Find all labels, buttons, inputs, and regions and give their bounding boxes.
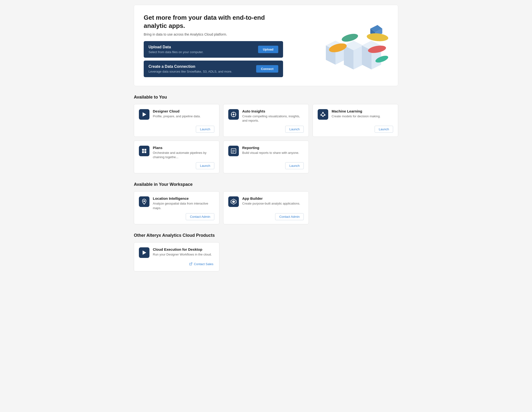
hero-title: Get more from your data with end-to-end …: [144, 14, 283, 30]
cloud-execution-card: Cloud Execution for Desktop Run your Des…: [134, 242, 219, 271]
app-builder-card: App Builder Create purpose-built analyti…: [223, 191, 309, 224]
machine-learning-desc: Create models for decision making.: [332, 114, 381, 118]
connect-button[interactable]: Connect: [256, 65, 278, 73]
available-to-you-row1: Designer Cloud Profile, prepare, and pip…: [134, 104, 398, 137]
workspace-grid: Location Intelligence Analyze geospatial…: [134, 191, 398, 224]
available-in-workspace-title: Available in Your Workspace: [134, 182, 398, 187]
connect-card: Create a Data Connection Leverage data s…: [144, 61, 283, 77]
connect-text: Create a Data Connection Leverage data s…: [149, 64, 232, 73]
machine-learning-launch[interactable]: Launch: [375, 126, 393, 133]
location-intelligence-name: Location Intelligence: [153, 196, 214, 201]
app-builder-name: App Builder: [242, 196, 300, 201]
auto-insights-desc: Create compelling visualizations, insigh…: [242, 114, 304, 123]
cloud-execution-contact-sales[interactable]: Contact Sales: [188, 261, 214, 267]
reporting-card: Reporting Build visual reports to share …: [223, 141, 309, 173]
designer-cloud-icon: [139, 109, 150, 120]
designer-cloud-name: Designer Cloud: [153, 109, 201, 113]
upload-text: Upload Data Select from data files on yo…: [149, 45, 204, 54]
svg-point-24: [322, 112, 323, 113]
svg-marker-17: [143, 112, 146, 116]
svg-marker-42: [232, 201, 235, 203]
upload-heading: Upload Data: [149, 45, 204, 49]
reporting-launch[interactable]: Launch: [285, 162, 304, 169]
reporting-desc: Build visual reports to share with anyon…: [242, 151, 299, 155]
svg-point-10: [341, 32, 359, 43]
svg-line-28: [321, 113, 323, 114]
auto-insights-card: Auto Insights Create compelling visualiz…: [223, 104, 309, 137]
plans-desc: Orchestrate and automate pipelines by ch…: [153, 151, 214, 159]
plans-name: Plans: [153, 146, 214, 150]
machine-learning-card: Machine Learning Create models for decis…: [313, 104, 398, 137]
cloud-execution-desc: Run your Designer Workflows in the cloud…: [153, 252, 212, 257]
svg-point-19: [233, 114, 235, 115]
available-to-you-section: Available to You Designer Cloud Profile,…: [134, 95, 398, 173]
auto-insights-launch[interactable]: Launch: [285, 126, 304, 133]
machine-learning-icon: [318, 109, 328, 120]
reporting-name: Reporting: [242, 146, 299, 150]
hero-section: Get more from your data with end-to-end …: [134, 5, 398, 86]
upload-card: Upload Data Select from data files on yo…: [144, 41, 283, 58]
hero-subtitle: Bring in data to use across the Analytic…: [144, 32, 283, 36]
designer-cloud-desc: Profile, prepare, and pipeline data.: [153, 114, 201, 118]
available-to-you-row2: Plans Orchestrate and automate pipelines…: [134, 141, 398, 173]
machine-learning-name: Machine Learning: [332, 109, 381, 113]
svg-rect-33: [144, 149, 146, 151]
designer-cloud-card: Designer Cloud Profile, prepare, and pip…: [134, 104, 219, 137]
svg-rect-36: [231, 149, 236, 153]
connect-description: Leverage data sources like Snowflake, S3…: [149, 70, 232, 73]
other-products-section: Other Alteryx Analytics Cloud Products C…: [134, 233, 398, 271]
other-products-grid: Cloud Execution for Desktop Run your Des…: [134, 242, 398, 271]
location-intelligence-card: Location Intelligence Analyze geospatial…: [134, 191, 219, 224]
designer-cloud-launch[interactable]: Launch: [196, 126, 214, 133]
connect-heading: Create a Data Connection: [149, 64, 232, 69]
plans-icon: [139, 146, 150, 156]
app-builder-icon: [228, 196, 239, 207]
svg-rect-34: [142, 151, 144, 153]
plans-launch[interactable]: Launch: [196, 162, 214, 169]
svg-rect-32: [142, 149, 144, 151]
upload-button[interactable]: Upload: [258, 46, 278, 53]
app-builder-contact-admin[interactable]: Contact Admin: [275, 213, 304, 220]
available-in-workspace-section: Available in Your Workspace Location Int…: [134, 182, 398, 224]
location-intelligence-desc: Analyze geospatial data from interactive…: [153, 201, 214, 210]
plans-card: Plans Orchestrate and automate pipelines…: [134, 141, 219, 173]
svg-point-14: [366, 32, 388, 42]
upload-description: Select from data files on your computer.: [149, 50, 204, 54]
svg-line-29: [323, 113, 325, 114]
cloud-execution-name: Cloud Execution for Desktop: [153, 247, 212, 251]
contact-sales-label: Contact Sales: [194, 262, 213, 266]
cloud-execution-icon: [139, 247, 150, 258]
auto-insights-icon: [228, 109, 239, 120]
location-intelligence-contact-admin[interactable]: Contact Admin: [186, 213, 214, 220]
location-intelligence-icon: [139, 196, 150, 207]
other-products-title: Other Alteryx Analytics Cloud Products: [134, 233, 398, 238]
reporting-icon: [228, 146, 239, 156]
auto-insights-name: Auto Insights: [242, 109, 304, 113]
available-to-you-title: Available to You: [134, 95, 398, 100]
svg-point-40: [143, 201, 145, 202]
hero-illustration: [321, 21, 388, 69]
external-link-icon: [189, 262, 192, 266]
svg-marker-43: [143, 250, 146, 255]
app-builder-desc: Create purpose-built analytic applicatio…: [242, 201, 300, 206]
hero-content: Get more from your data with end-to-end …: [144, 14, 283, 77]
svg-line-44: [190, 263, 192, 264]
svg-rect-35: [144, 151, 146, 153]
